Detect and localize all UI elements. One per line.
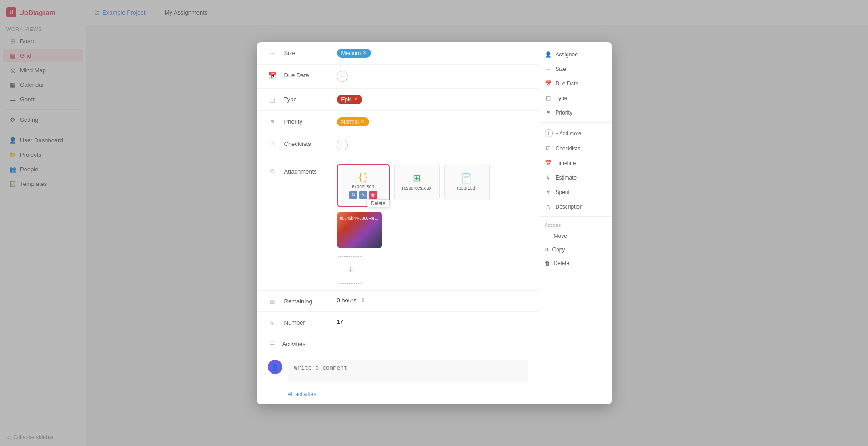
modal-left: ↔ Size Medium ✕ 📅 Due Date + ◱ — [257, 42, 539, 404]
mr-checklists-label: Checklists — [556, 145, 581, 152]
att-delete-popup[interactable]: Delete — [367, 199, 390, 207]
json-icon: { } — [359, 172, 367, 182]
activities-label: Activities — [282, 340, 328, 347]
remaining-value: 0 hours ℹ — [337, 297, 528, 304]
add-more-label: + Add more — [556, 130, 582, 136]
attachments-value: { } export.json ⧉ ✎ 🗑 Delete — [337, 164, 528, 284]
comment-input[interactable] — [288, 360, 528, 382]
size-field: ↔ Size Medium ✕ — [257, 42, 539, 65]
number-icon: # — [268, 319, 277, 326]
add-more-icon: + — [545, 129, 553, 137]
due-date-label: Due Date — [284, 71, 330, 79]
remaining-info-icon: ℹ — [362, 297, 364, 304]
checklists-field: ☑ Checklists + — [257, 133, 539, 157]
assignee-icon: 👤 — [545, 51, 552, 58]
size-tag-close[interactable]: ✕ — [362, 50, 366, 56]
add-attachment-button[interactable]: + — [337, 256, 364, 284]
attachment-item-3[interactable]: 85049b44-0866-4e3e-... — [337, 212, 382, 248]
mr-checklists[interactable]: ☑ Checklists — [539, 142, 612, 155]
size-tag-text: Medium — [341, 50, 361, 56]
type-tag-close[interactable]: ✕ — [354, 96, 358, 102]
priority-value: Normal ✕ — [337, 117, 528, 126]
action-move[interactable]: → Move — [539, 230, 612, 242]
type-tag[interactable]: Epic ✕ — [337, 95, 362, 104]
due-date-value: + — [337, 71, 528, 82]
mr-type-label: Type — [556, 95, 567, 101]
mr-size-icon: ↔ — [545, 65, 552, 73]
mr-description-icon: A — [545, 203, 552, 210]
attachment-item-2[interactable]: 📄 report.pdf — [444, 164, 490, 200]
mr-timeline-icon: 📅 — [545, 160, 552, 167]
remaining-icon: ⊞ — [268, 298, 277, 305]
add-more-button[interactable]: + + Add more — [539, 125, 612, 141]
all-activities-link: All activities — [268, 390, 316, 398]
attachments-field: ⊘ Attachments { } export.json ⧉ ✎ — [257, 157, 539, 291]
mr-spent[interactable]: # Spent — [539, 185, 612, 199]
action-delete[interactable]: 🗑 Delete — [539, 257, 612, 270]
mr-description[interactable]: A Description — [539, 200, 612, 214]
due-date-icon: 📅 — [268, 72, 277, 79]
checklists-label: Checklists — [284, 140, 330, 147]
delete-label: Delete — [554, 260, 570, 266]
attachment-item-1[interactable]: ⊞ resources.xlsx — [394, 164, 440, 200]
priority-icon: ⚑ — [268, 118, 277, 125]
assignee-label: Assignee — [556, 51, 578, 58]
actions-label: Actions — [539, 220, 612, 229]
mr-spent-label: Spent — [556, 189, 570, 195]
mr-estimate[interactable]: # Estimate — [539, 171, 612, 185]
mr-assignee[interactable]: 👤 Assignee — [539, 48, 612, 61]
all-activities-text[interactable]: All activities — [288, 391, 316, 397]
move-icon: → — [545, 233, 550, 239]
type-label: Type — [284, 95, 330, 103]
number-val-text: 17 — [337, 318, 343, 325]
remaining-field: ⊞ Remaining 0 hours ℹ — [257, 291, 539, 312]
attachment-name-3: 85049b44-0866-4e3e-... — [338, 216, 382, 220]
attachment-item-0[interactable]: { } export.json ⧉ ✎ 🗑 — [341, 167, 386, 204]
mr-description-label: Description — [556, 204, 583, 210]
delete-icon: 🗑 — [545, 260, 550, 266]
type-value: Epic ✕ — [337, 95, 528, 104]
mr-size[interactable]: ↔ Size — [539, 62, 612, 76]
attachments-area: { } export.json ⧉ ✎ 🗑 Delete — [337, 164, 528, 248]
mr-priority-icon: ⚑ — [545, 109, 552, 116]
mr-size-label: Size — [556, 66, 566, 72]
action-copy[interactable]: ⧉ Copy — [539, 243, 612, 256]
priority-tag[interactable]: Normal ✕ — [337, 117, 370, 126]
delete-popup-label: Delete — [371, 200, 386, 206]
checklists-value: + — [337, 140, 528, 150]
mr-due-date-label: Due Date — [556, 80, 579, 87]
due-date-add-button[interactable]: + — [337, 71, 348, 82]
activities-field: ☰ Activities 👤 All activities — [257, 333, 539, 404]
mr-due-date[interactable]: 📅 Due Date — [539, 77, 612, 90]
mr-divider-1 — [539, 122, 612, 123]
att-copy-btn[interactable]: ⧉ — [349, 191, 357, 199]
mr-priority[interactable]: ⚑ Priority — [539, 106, 612, 120]
task-modal: ↔ Size Medium ✕ 📅 Due Date + ◱ — [257, 42, 612, 404]
mr-type[interactable]: ◱ Type — [539, 91, 612, 105]
att-edit-btn[interactable]: ✎ — [359, 191, 367, 199]
priority-label: Priority — [284, 117, 330, 125]
mr-due-date-icon: 📅 — [545, 80, 552, 87]
size-label: Size — [284, 49, 330, 56]
attachments-icon: ⊘ — [268, 167, 277, 175]
mr-estimate-label: Estimate — [556, 175, 577, 181]
attachment-name-2: report.pdf — [445, 185, 489, 190]
copy-icon: ⧉ — [545, 246, 549, 253]
checklists-icon: ☑ — [268, 140, 277, 148]
number-label: Number — [284, 318, 330, 326]
priority-tag-close[interactable]: ✕ — [361, 119, 365, 125]
due-date-field: 📅 Due Date + — [257, 65, 539, 89]
size-tag[interactable]: Medium ✕ — [337, 49, 371, 58]
number-field: # Number 17 — [257, 312, 539, 333]
attachment-name-0: export.json — [341, 184, 386, 189]
mr-timeline[interactable]: 📅 Timeline — [539, 156, 612, 170]
att-delete-btn[interactable]: 🗑 — [369, 191, 377, 199]
attachment-name-1: resources.xlsx — [395, 185, 439, 190]
checklists-add-button[interactable]: + — [337, 140, 348, 150]
activities-header: ☰ Activities — [268, 340, 528, 348]
mr-priority-label: Priority — [556, 110, 572, 116]
pdf-icon: 📄 — [461, 173, 472, 184]
att-actions: ⧉ ✎ 🗑 — [349, 191, 377, 199]
attachments-label: Attachments — [284, 167, 330, 175]
user-avatar: 👤 — [268, 360, 282, 374]
